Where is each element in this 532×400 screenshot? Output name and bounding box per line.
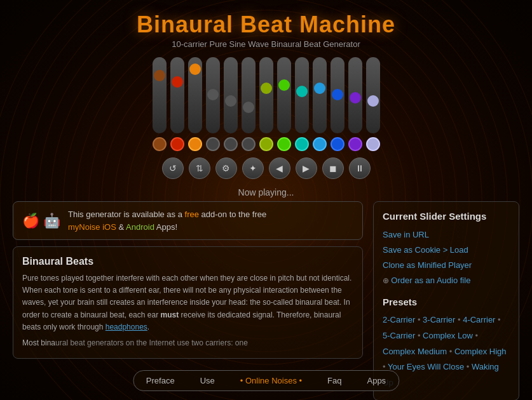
- app-icons: 🍎 🤖: [22, 213, 60, 229]
- current-settings-panel: Current Slider Settings Save in URL Save…: [373, 201, 519, 400]
- headphones-link[interactable]: headphones: [106, 323, 147, 331]
- slider-10[interactable]: [313, 57, 327, 151]
- slider-7[interactable]: [259, 57, 273, 151]
- apple-icon: 🍎: [22, 213, 39, 229]
- presets-text: 2-Carrier • 3-Carrier • 4-Carrier • 5-Ca…: [383, 312, 510, 390]
- animate-button[interactable]: ✦: [242, 157, 264, 179]
- slider-1[interactable]: [153, 57, 167, 151]
- flip-button[interactable]: ⇅: [189, 157, 210, 179]
- clone-link[interactable]: Clone as Minified Player: [383, 258, 510, 272]
- app-text-before: This generator is available as a: [68, 210, 185, 219]
- header: Binaural Beat Machine 10-carrier Pure Si…: [0, 0, 532, 54]
- preset-complex-medium[interactable]: Complex Medium: [383, 347, 447, 356]
- order-prefix: ⊕: [383, 276, 391, 285]
- now-playing: Now playing...: [0, 187, 532, 197]
- settings-links: Save in URL Save as Cookie > Load Clone …: [383, 228, 510, 288]
- sliders-section: ↺ ⇅ ⚙ ✦ ◀ ▶ ◼ ⏸: [0, 54, 532, 182]
- volume-up-button[interactable]: ▶: [296, 157, 317, 179]
- settings-button[interactable]: ⚙: [215, 157, 237, 179]
- app-promo: 🍎 🤖 This generator is available as a fre…: [13, 201, 363, 240]
- stop-button[interactable]: ◼: [322, 157, 344, 179]
- free-label: free: [185, 210, 199, 219]
- preset-complex-high[interactable]: Complex High: [454, 347, 507, 356]
- save-url-link[interactable]: Save in URL: [383, 228, 510, 242]
- mute-button[interactable]: ⏸: [349, 157, 371, 179]
- app-text: This generator is available as a free ad…: [68, 208, 266, 233]
- slider-13[interactable]: [366, 57, 380, 151]
- binaural-paragraph2: Most binaural beat generators on the Int…: [22, 337, 353, 349]
- slider-12[interactable]: [348, 57, 362, 151]
- nav-faq[interactable]: Faq: [315, 371, 354, 390]
- subtitle: 10-carrier Pure Sine Wave Binaural Beat …: [0, 39, 532, 49]
- order-label: Order as an Audio file: [391, 276, 470, 285]
- controls-row: ↺ ⇅ ⚙ ✦ ◀ ▶ ◼ ⏸: [162, 157, 371, 179]
- ios-link[interactable]: myNoise iOS: [68, 222, 116, 232]
- connector: &: [116, 222, 126, 232]
- slider-2[interactable]: [170, 57, 184, 151]
- slider-11[interactable]: [331, 57, 344, 151]
- right-panel: Current Slider Settings Save in URL Save…: [373, 201, 519, 400]
- binaural-paragraph: Pure tones played together interfere wit…: [22, 272, 353, 333]
- presets-title: Presets: [383, 297, 510, 307]
- app-text-middle: add-on to the free: [199, 210, 266, 219]
- nav-dot-right: •: [297, 376, 302, 385]
- sliders-container: [146, 57, 386, 151]
- slider-3[interactable]: [188, 57, 202, 151]
- nav-online-label: Online Noises: [245, 376, 297, 385]
- reset-button[interactable]: ↺: [162, 157, 184, 179]
- app-text-after: Apps!: [154, 222, 177, 232]
- preset-2carrier[interactable]: 2-Carrier: [383, 315, 415, 324]
- preset-3carrier[interactable]: 3-Carrier: [423, 315, 455, 324]
- android-icon: 🤖: [43, 213, 60, 229]
- volume-down-button[interactable]: ◀: [269, 157, 290, 179]
- android-link[interactable]: Android: [126, 222, 154, 232]
- binaural-title: Binaural Beats: [22, 256, 353, 267]
- preset-4carrier[interactable]: 4-Carrier: [463, 315, 495, 324]
- preset-complex-low[interactable]: Complex Low: [423, 331, 473, 340]
- nav-use[interactable]: Use: [188, 371, 228, 390]
- slider-5[interactable]: [224, 57, 238, 151]
- preset-5carrier[interactable]: 5-Carrier: [383, 331, 415, 340]
- page-title: Binaural Beat Machine: [0, 11, 532, 38]
- slider-8[interactable]: [277, 57, 291, 151]
- nav-preface[interactable]: Preface: [133, 371, 188, 390]
- slider-4[interactable]: [206, 57, 220, 151]
- nav-online-noises[interactable]: • Online Noises •: [228, 371, 315, 390]
- presets-section: Presets 2-Carrier • 3-Carrier • 4-Carrie…: [383, 297, 510, 390]
- preset-your-eyes[interactable]: Your Eyes Will Close: [388, 362, 464, 371]
- slider-6[interactable]: [242, 57, 256, 151]
- nav-apps[interactable]: Apps: [354, 371, 399, 390]
- bottom-nav: Preface Use • Online Noises • Faq Apps: [133, 370, 399, 391]
- slider-9[interactable]: [295, 57, 309, 151]
- save-cookie-link[interactable]: Save as Cookie > Load: [383, 243, 510, 257]
- order-link[interactable]: ⊕ Order as an Audio file: [383, 274, 510, 288]
- info-box: Binaural Beats Pure tones played togethe…: [13, 246, 363, 359]
- current-settings-title: Current Slider Settings: [383, 211, 510, 222]
- nav-dot-left: •: [240, 376, 245, 385]
